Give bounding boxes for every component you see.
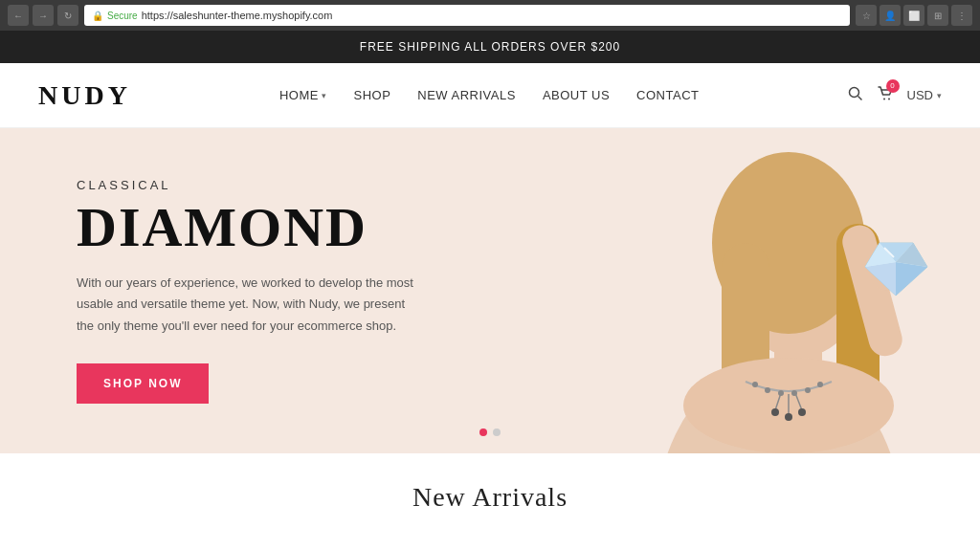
main-nav: HOME ▾ SHOP NEW ARRIVALS ABOUT US CONTAC… — [279, 88, 700, 102]
currency-dropdown-arrow: ▾ — [937, 91, 942, 100]
nav-home-label: HOME — [279, 88, 319, 102]
forward-button[interactable]: → — [33, 5, 54, 26]
nav-contact-label: CONTACT — [636, 88, 699, 102]
hero-illustration — [597, 128, 961, 453]
header-actions: 0 USD ▾ — [848, 85, 942, 106]
svg-point-29 — [785, 413, 792, 421]
search-button[interactable] — [848, 86, 863, 105]
hero-title: DIAMOND — [77, 200, 421, 255]
nav-new-arrivals-label: NEW ARRIVALS — [417, 88, 516, 102]
svg-point-2 — [883, 98, 885, 99]
refresh-button[interactable]: ↻ — [57, 5, 78, 26]
svg-point-0 — [849, 87, 858, 97]
site-header: NUDY HOME ▾ SHOP NEW ARRIVALS ABOUT US C… — [0, 63, 980, 128]
search-icon — [848, 86, 863, 101]
menu-icon[interactable]: ⋮ — [951, 5, 972, 26]
carousel-dot-1[interactable] — [479, 428, 487, 436]
currency-label: USD — [907, 88, 933, 102]
nav-home-arrow: ▾ — [322, 91, 327, 100]
nav-item-home[interactable]: HOME ▾ — [279, 88, 327, 102]
svg-point-27 — [771, 408, 779, 416]
svg-line-1 — [858, 96, 861, 99]
address-bar[interactable]: 🔒 Secure https://saleshunter-theme.mysho… — [84, 5, 850, 26]
carousel-dots — [479, 428, 501, 436]
extensions-icon[interactable]: ⬜ — [903, 5, 924, 26]
hero-image — [578, 128, 980, 453]
secure-label: Secure — [107, 11, 138, 21]
new-arrivals-section: New Arrivals — [0, 453, 980, 522]
svg-point-21 — [765, 387, 770, 393]
hero-subtitle: CLASSICAL — [77, 178, 421, 192]
browser-nav-controls: ← → ↻ — [8, 5, 78, 26]
shipping-banner: FREE SHIPPING ALL ORDERS OVER $200 — [0, 31, 980, 63]
browser-actions: ☆ 👤 ⬜ ⊞ ⋮ — [856, 5, 972, 26]
site-logo[interactable]: NUDY — [38, 80, 131, 111]
shop-now-button[interactable]: SHOP NOW — [77, 363, 209, 404]
cart-button[interactable]: 0 — [877, 85, 894, 106]
hero-section: CLASSICAL DIAMOND With our years of expe… — [0, 128, 980, 453]
banner-text: FREE SHIPPING ALL ORDERS OVER $200 — [360, 40, 620, 54]
nav-shop-label: SHOP — [353, 88, 390, 102]
apps-icon[interactable]: ⊞ — [927, 5, 948, 26]
nav-about-label: ABOUT US — [543, 88, 610, 102]
account-icon[interactable]: 👤 — [880, 5, 901, 26]
hero-description: With our years of experience, we worked … — [77, 273, 421, 336]
svg-point-31 — [798, 408, 806, 416]
cart-badge: 0 — [886, 79, 900, 93]
new-arrivals-title: New Arrivals — [0, 482, 980, 513]
nav-item-about-us[interactable]: ABOUT US — [543, 88, 610, 102]
svg-point-24 — [805, 387, 811, 393]
svg-point-20 — [752, 382, 758, 387]
currency-selector[interactable]: USD ▾ — [907, 88, 942, 102]
lock-icon: 🔒 — [92, 11, 103, 21]
nav-item-contact[interactable]: CONTACT — [636, 88, 699, 102]
svg-marker-15 — [896, 262, 927, 296]
carousel-dot-2[interactable] — [493, 428, 501, 436]
nav-item-shop[interactable]: SHOP — [353, 88, 390, 102]
browser-chrome: ← → ↻ 🔒 Secure https://saleshunter-theme… — [0, 0, 980, 31]
nav-item-new-arrivals[interactable]: NEW ARRIVALS — [417, 88, 516, 102]
svg-point-3 — [888, 98, 890, 99]
bookmark-icon[interactable]: ☆ — [856, 5, 877, 26]
svg-point-25 — [817, 382, 823, 387]
url-text: https://saleshunter-theme.myshopify.com — [142, 10, 333, 21]
back-button[interactable]: ← — [8, 5, 29, 26]
hero-content: CLASSICAL DIAMOND With our years of expe… — [0, 178, 421, 403]
